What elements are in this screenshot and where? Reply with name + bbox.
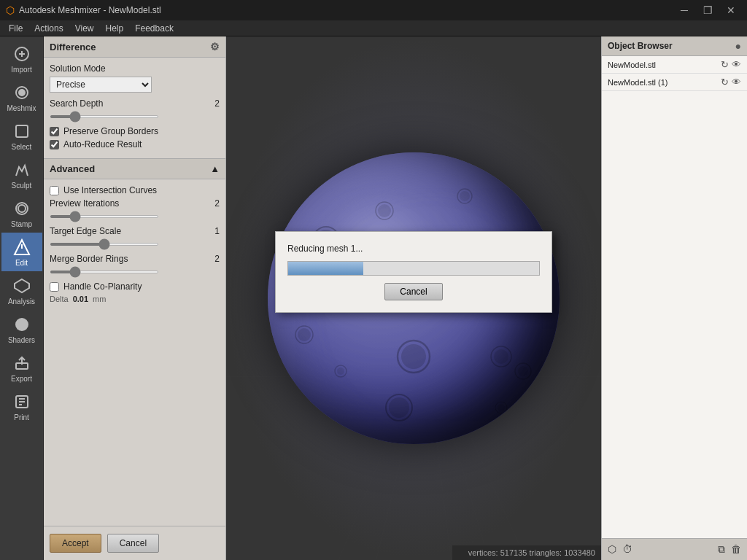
menu-feedback[interactable]: Feedback: [129, 22, 179, 35]
svg-point-48: [337, 368, 344, 375]
difference-body: Solution Mode Precise Fast Quality Searc…: [44, 58, 225, 158]
tool-print[interactable]: Print: [1, 387, 42, 426]
ob-duplicate-icon[interactable]: ⧉: [718, 543, 725, 556]
tool-export[interactable]: Export: [1, 349, 42, 387]
accept-button[interactable]: Accept: [50, 534, 101, 553]
merge-border-rings-value: 2: [214, 254, 220, 264]
close-button[interactable]: ✕: [721, 0, 741, 20]
svg-point-56: [389, 397, 409, 418]
menubar: File Actions View Help Feedback: [0, 20, 747, 36]
svg-point-54: [460, 191, 470, 201]
preserve-group-borders-checkbox[interactable]: [50, 127, 59, 136]
tool-shaders[interactable]: Shaders: [1, 310, 42, 349]
tool-import[interactable]: Import: [1, 39, 42, 78]
svg-point-61: [515, 363, 531, 379]
search-depth-slider[interactable]: [50, 115, 159, 118]
title-text: Autodesk Meshmixer - NewModel.stl: [19, 5, 674, 15]
object-item-icons: ↻ 👁: [721, 77, 741, 88]
import-icon: [12, 44, 32, 64]
use-intersection-checkbox[interactable]: [50, 186, 59, 195]
difference-section-header: Difference ⚙: [44, 36, 225, 58]
menu-view[interactable]: View: [69, 22, 100, 35]
object-item-name: NewModel.stl (1): [608, 78, 668, 87]
menu-file[interactable]: File: [3, 22, 28, 35]
left-panel: Difference ⚙ Solution Mode Precise Fast …: [44, 36, 226, 560]
progress-message: Reducing mesh 1...: [287, 244, 540, 254]
tool-select[interactable]: Select: [1, 117, 42, 155]
ob-clock-icon[interactable]: ⏱: [622, 543, 632, 556]
advanced-section-header[interactable]: Advanced ▲: [44, 158, 225, 179]
print-icon: [12, 392, 32, 412]
shaders-icon: [12, 314, 32, 335]
app-icon: ⬡: [6, 4, 15, 16]
object-browser-empty-area: [602, 298, 747, 539]
solution-mode-select[interactable]: Precise Fast Quality: [50, 77, 152, 93]
object-item-refresh-icon[interactable]: ↻: [721, 77, 729, 88]
stamp-label: Stamp: [11, 220, 32, 228]
use-intersection-label: Use Intersection Curves: [63, 185, 157, 195]
object-item-eye-icon[interactable]: 👁: [732, 77, 741, 88]
import-label: Import: [11, 66, 31, 74]
preview-iterations-value: 2: [214, 198, 220, 209]
merge-border-rings-label: Merge Border Rings: [50, 254, 128, 264]
tool-edit[interactable]: Edit: [1, 233, 42, 271]
stamp-icon: [12, 198, 32, 219]
svg-point-52: [298, 328, 311, 341]
titlebar: ⬡ Autodesk Meshmixer - NewModel.stl ─ ❒ …: [0, 0, 747, 20]
svg-point-11: [15, 318, 28, 331]
object-browser-item[interactable]: NewModel.stl ↻ 👁: [602, 56, 747, 74]
handle-coplanarity-checkbox[interactable]: [50, 282, 59, 292]
tool-analysis[interactable]: Analysis: [1, 271, 42, 310]
auto-reduce-checkbox[interactable]: [50, 140, 59, 149]
object-item-refresh-icon[interactable]: ↻: [721, 59, 729, 70]
maximize-button[interactable]: ❒: [697, 0, 718, 20]
ob-footer-left-icons: ⬡ ⏱: [608, 543, 632, 556]
cancel-button[interactable]: Cancel: [107, 534, 159, 553]
object-browser-list: NewModel.stl ↻ 👁 NewModel.stl (1) ↻ 👁: [602, 56, 747, 298]
settings-gear-icon[interactable]: ⚙: [210, 41, 220, 52]
svg-point-43: [398, 341, 430, 373]
ob-cube-icon[interactable]: ⬡: [608, 543, 616, 556]
solution-mode-label: Solution Mode: [50, 63, 106, 74]
target-edge-scale-slider[interactable]: [50, 243, 159, 246]
svg-point-55: [386, 394, 412, 421]
svg-rect-5: [16, 125, 28, 137]
svg-point-47: [335, 365, 347, 377]
progress-cancel-row: Cancel: [287, 283, 540, 300]
preview-iterations-slider[interactable]: [50, 215, 159, 218]
object-browser-title: Object Browser: [608, 41, 673, 51]
menu-actions[interactable]: Actions: [28, 22, 69, 35]
delta-unit: mm: [93, 295, 106, 303]
preview-iterations-label: Preview Iterations: [50, 198, 119, 209]
menu-help[interactable]: Help: [100, 22, 130, 35]
svg-point-4: [19, 90, 25, 96]
search-depth-label: Search Depth: [50, 98, 103, 109]
progress-bar-outer: [287, 261, 540, 276]
statusbar: vertices: 517135 triangles: 1033480: [452, 545, 601, 560]
sculpt-icon: [12, 160, 32, 180]
tool-meshmix[interactable]: Meshmix: [1, 78, 42, 117]
svg-point-36: [378, 204, 391, 217]
svg-point-46: [494, 349, 508, 364]
select-icon: [12, 121, 32, 141]
object-item-eye-icon[interactable]: 👁: [732, 59, 741, 70]
viewport[interactable]: Reducing mesh 1... Cancel vertices: 5171…: [226, 36, 601, 560]
minimize-button[interactable]: ─: [674, 0, 694, 20]
ob-delete-icon[interactable]: 🗑: [731, 543, 741, 556]
analysis-icon: [12, 276, 32, 296]
edit-icon: [12, 237, 32, 257]
svg-point-7: [18, 205, 26, 212]
merge-border-rings-slider[interactable]: [50, 271, 159, 273]
svg-marker-10: [15, 279, 29, 292]
svg-point-51: [295, 326, 313, 343]
svg-point-35: [376, 202, 393, 219]
object-browser-close-icon[interactable]: ●: [735, 40, 741, 52]
difference-title: Difference: [50, 42, 96, 52]
object-browser-item[interactable]: NewModel.stl (1) ↻ 👁: [602, 74, 747, 91]
search-depth-value: 2: [214, 98, 220, 109]
progress-cancel-button[interactable]: Cancel: [384, 283, 442, 300]
svg-point-53: [457, 189, 472, 203]
tool-stamp[interactable]: Stamp: [1, 194, 42, 233]
tool-sculpt[interactable]: Sculpt: [1, 155, 42, 194]
auto-reduce-label: Auto-Reduce Result: [63, 139, 142, 149]
